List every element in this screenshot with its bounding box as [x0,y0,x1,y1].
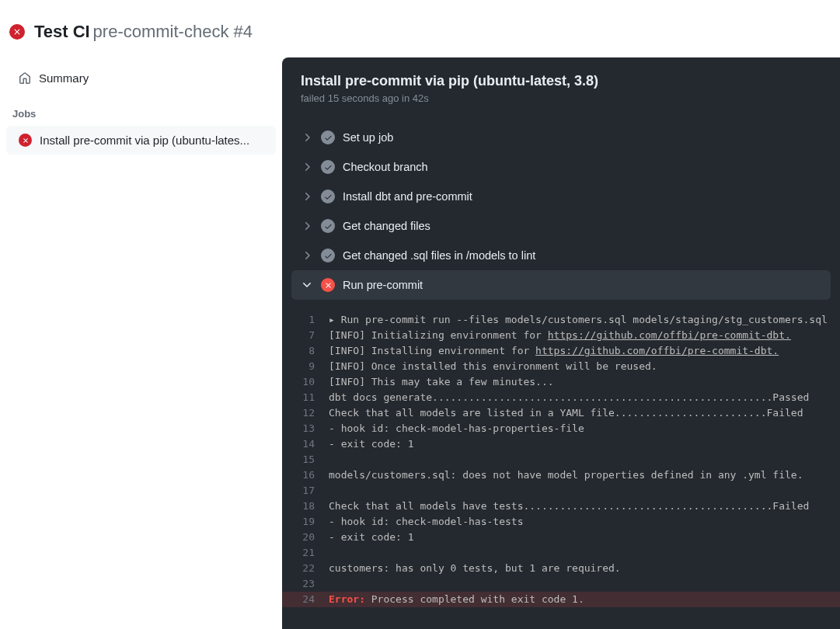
log-line: 1▸ Run pre-commit run --files models/cus… [282,312,840,328]
sidebar-summary[interactable]: Summary [6,64,276,92]
check-icon [321,248,335,262]
log-line-number: 22 [291,561,329,576]
log-text: - exit code: 1 [329,530,414,545]
sidebar-summary-label: Summary [39,71,89,85]
log-link[interactable]: https://github.com/offbi/pre-commit-dbt. [535,345,779,356]
sidebar-jobs-header: Jobs [0,92,282,126]
steps-list: Set up jobCheckout branchInstall dbt and… [282,116,840,306]
log-line: 17 [282,483,840,499]
log-line-number: 17 [291,483,329,499]
log-line: 18Check that all models have tests......… [282,499,840,514]
log-line: 13- hook id: check-model-has-properties-… [282,421,840,436]
log-line-number: 7 [291,328,329,343]
step-row[interactable]: Run pre-commit [291,270,831,300]
log-line-number: 12 [291,405,329,421]
check-icon [321,160,335,174]
log-text: ▸ Run pre-commit run --files models/cust… [329,312,828,328]
log-line: 16models/customers.sql: does not have mo… [282,467,840,483]
log-line-number: 16 [291,467,329,483]
chevron-right-icon [301,249,313,262]
failed-status-icon [321,278,335,292]
log-line: 11dbt docs generate.....................… [282,390,840,405]
log-line-number: 21 [291,545,329,561]
log-text: [INFO] Initializing environment for http… [329,328,791,343]
log-line-number: 18 [291,499,329,514]
log-line: 7[INFO] Initializing environment for htt… [282,328,840,343]
workflow-header: Test CI pre-commit-check #4 [0,0,840,57]
log-line: 20- exit code: 1 [282,530,840,545]
log-line: 15 [282,452,840,467]
check-icon [321,219,335,233]
log-line-number: 13 [291,421,329,436]
chevron-right-icon [301,190,313,203]
log-line: 14- exit code: 1 [282,436,840,452]
log-line-number: 11 [291,390,329,405]
home-icon [19,72,31,85]
log-text: - hook id: check-model-has-properties-fi… [329,421,584,436]
log-text: Check that all models are listed in a YA… [329,405,803,421]
step-label: Checkout branch [343,161,428,173]
workflow-title-wrapper: Test CI pre-commit-check #4 [34,22,253,42]
log-line: 22customers: has only 0 tests, but 1 are… [282,561,840,576]
job-title: Install pre-commit via pip (ubuntu-lates… [301,73,821,89]
sidebar-job-item[interactable]: Install pre-commit via pip (ubuntu-lates… [6,126,276,155]
log-line-number: 10 [291,374,329,390]
step-row[interactable]: Checkout branch [282,152,840,182]
job-header: Install pre-commit via pip (ubuntu-lates… [282,57,840,116]
log-line-number: 9 [291,359,329,374]
log-text: Check that all models have tests........… [329,499,809,514]
failed-status-icon [9,24,25,40]
log-output: 1▸ Run pre-commit run --files models/cus… [282,306,840,623]
check-icon [321,130,335,144]
log-line-number: 19 [291,514,329,530]
sidebar-job-label: Install pre-commit via pip (ubuntu-lates… [40,134,249,147]
job-status-text: failed 15 seconds ago in 42s [301,92,821,104]
log-line: 23 [282,576,840,592]
log-line: 12Check that all models are listed in a … [282,405,840,421]
failed-status-icon [19,134,32,147]
chevron-down-icon [301,279,313,291]
run-name: pre-commit-check #4 [93,22,253,41]
job-content: Install pre-commit via pip (ubuntu-lates… [282,57,840,629]
log-text: Error: Process completed with exit code … [329,592,584,607]
log-text: - hook id: check-model-has-tests [329,514,523,530]
log-line: 21 [282,545,840,561]
log-text: - exit code: 1 [329,436,414,452]
log-line-number: 14 [291,436,329,452]
sidebar: Summary Jobs Install pre-commit via pip … [0,57,282,629]
log-text: customers: has only 0 tests, but 1 are r… [329,561,621,576]
step-row[interactable]: Set up job [282,123,840,152]
step-row[interactable]: Get changed files [282,211,840,241]
log-text: [INFO] Once installed this environment w… [329,359,657,374]
step-label: Run pre-commit [343,279,423,291]
log-line-number: 15 [291,452,329,467]
log-line-number: 24 [291,592,329,607]
log-text: [INFO] Installing environment for https:… [329,343,779,359]
log-line-number: 23 [291,576,329,592]
step-row[interactable]: Install dbt and pre-commit [282,182,840,211]
chevron-right-icon [301,161,313,173]
step-label: Install dbt and pre-commit [343,190,472,203]
log-line-number: 20 [291,530,329,545]
step-label: Get changed .sql files in /models to lin… [343,249,535,262]
step-label: Set up job [343,131,393,144]
step-label: Get changed files [343,220,430,232]
log-line-number: 1 [291,312,329,328]
log-line: 10[INFO] This may take a few minutes... [282,374,840,390]
workflow-name: Test CI [34,22,90,41]
log-line: 8[INFO] Installing environment for https… [282,343,840,359]
log-text: dbt docs generate.......................… [329,390,809,405]
log-text: models/customers.sql: does not have mode… [329,467,803,483]
log-text: [INFO] This may take a few minutes... [329,374,554,390]
log-line: 24Error: Process completed with exit cod… [282,592,840,607]
step-row[interactable]: Get changed .sql files in /models to lin… [282,241,840,270]
log-line: 9[INFO] Once installed this environment … [282,359,840,374]
log-line: 19- hook id: check-model-has-tests [282,514,840,530]
chevron-right-icon [301,220,313,232]
chevron-right-icon [301,131,313,144]
log-link[interactable]: https://github.com/offbi/pre-commit-dbt. [548,329,791,341]
log-line-number: 8 [291,343,329,359]
check-icon [321,189,335,203]
